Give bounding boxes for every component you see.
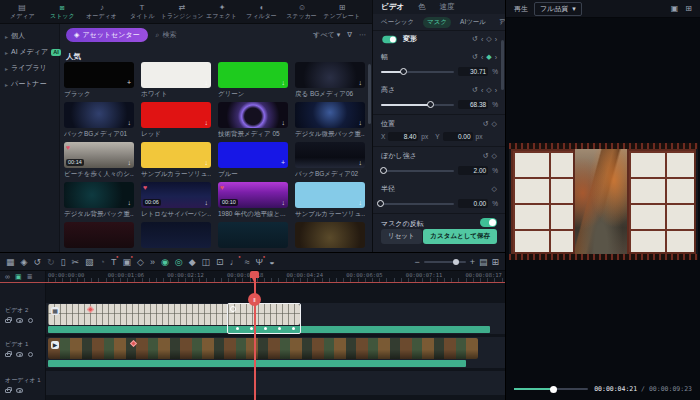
radius-slider[interactable] xyxy=(381,203,454,205)
media-item[interactable]: ♥ 00:06 ↓ レトロなサイバーパン... xyxy=(141,182,211,217)
download-icon[interactable]: ↓ xyxy=(128,119,132,126)
filter-icon[interactable]: ∇ xyxy=(347,31,352,39)
blur-keyframe-icon[interactable]: ◇ xyxy=(492,152,497,160)
download-icon[interactable]: ↓ xyxy=(205,119,209,126)
props-tab-color[interactable]: 色 xyxy=(418,2,426,12)
sidebar-item-personal[interactable]: ▸ 個人 xyxy=(0,28,59,44)
split-screen-icon[interactable]: ◫ xyxy=(202,257,211,267)
toggle-visibility-icon[interactable] xyxy=(16,318,23,323)
width-slider[interactable] xyxy=(381,71,454,73)
adjustment-icon[interactable]: ◒ xyxy=(269,257,274,267)
download-icon[interactable]: ↓ xyxy=(359,199,363,206)
track-manager-icon[interactable]: ▤ xyxy=(479,257,488,267)
width-value[interactable]: 30.71 xyxy=(458,67,488,76)
split-icon[interactable]: ✂ xyxy=(71,257,79,267)
invert-mask-toggle[interactable] xyxy=(480,218,497,227)
lock-track-icon[interactable] xyxy=(5,319,11,323)
download-icon[interactable]: ↓ xyxy=(128,199,132,206)
width-next-keyframe-icon[interactable]: › xyxy=(495,54,497,61)
chroma-key-icon[interactable]: ◆ xyxy=(189,257,196,267)
download-icon[interactable]: ↓ xyxy=(282,119,286,126)
width-prev-keyframe-icon[interactable]: ‹ xyxy=(481,54,483,61)
download-icon[interactable]: ↓ xyxy=(359,79,363,86)
media-thumbnail[interactable]: ↓ xyxy=(141,62,211,88)
blur-reset-icon[interactable]: ↺ xyxy=(483,152,489,160)
media-thumbnail[interactable] xyxy=(295,222,365,248)
media-item[interactable]: ↓ バックBGメディア01 xyxy=(64,102,134,137)
timeline-zoom-slider[interactable] xyxy=(424,261,466,263)
media-item[interactable]: ↓ サンプルカラーソリュ... xyxy=(295,182,365,217)
snap-icon[interactable]: ▦ xyxy=(6,257,15,267)
blur-slider[interactable] xyxy=(381,170,454,172)
position-keyframe-icon[interactable]: ◇ xyxy=(492,120,497,128)
display-grid-icon[interactable]: ▣ xyxy=(671,4,679,13)
mic-icon[interactable]: Ψ● xyxy=(256,257,264,267)
media-thumbnail[interactable]: ♥ 00:10 ↓ xyxy=(218,182,288,208)
position-x-value[interactable]: 8.40 xyxy=(388,132,418,141)
media-item[interactable]: ↓ バックBGメディア02 xyxy=(295,142,365,177)
media-item[interactable]: ↓ デジタル微景バック重... xyxy=(295,102,365,137)
next-keyframe-icon[interactable]: › xyxy=(495,36,497,43)
quality-dropdown[interactable]: フル品質▾ xyxy=(534,2,582,16)
reset-keyframe-icon[interactable]: ↺ xyxy=(472,35,478,43)
tab-media[interactable]: ▤ メディア xyxy=(4,0,40,24)
media-thumbnail[interactable]: ↓ xyxy=(64,182,134,208)
denoise-icon[interactable]: ≈ xyxy=(245,257,250,267)
tab-filter[interactable]: ◐ フィルター xyxy=(244,0,280,24)
media-thumbnail[interactable]: ↓ xyxy=(295,62,365,88)
download-icon[interactable]: ↓ xyxy=(282,79,286,86)
radius-keyframe-icon[interactable]: ◇ xyxy=(492,185,497,193)
audio-track-1-lane[interactable] xyxy=(46,371,505,395)
prev-keyframe-icon[interactable]: ‹ xyxy=(481,36,483,43)
magnet-icon[interactable]: ◈ xyxy=(21,257,28,267)
media-item[interactable]: ↓ グリーン xyxy=(218,62,288,97)
media-thumbnail[interactable]: ↓ xyxy=(295,142,365,168)
toggle-visibility-icon[interactable] xyxy=(16,352,23,357)
subtab-ai-tools[interactable]: AIツール xyxy=(456,17,490,28)
height-next-keyframe-icon[interactable]: › xyxy=(495,87,497,94)
preview-viewport[interactable] xyxy=(509,143,698,260)
text-icon[interactable]: T● xyxy=(111,257,117,267)
radius-slider-handle[interactable] xyxy=(377,200,384,207)
snapshot-icon[interactable]: ⊞ xyxy=(685,4,692,13)
media-thumbnail[interactable]: ↓ xyxy=(64,102,134,128)
asset-center-button[interactable]: ◈ アセットセンター xyxy=(66,28,148,42)
media-thumbnail[interactable]: ↓ xyxy=(141,102,211,128)
props-tab-video[interactable]: ビデオ xyxy=(381,2,404,12)
search-input[interactable]: ⌕ 検索 xyxy=(156,30,177,40)
media-item[interactable]: ↓ 技術背景メディア 05 xyxy=(218,102,288,137)
height-slider[interactable] xyxy=(381,104,454,106)
media-thumbnail[interactable]: + xyxy=(64,62,134,88)
height-keyframe-icon[interactable]: ◇ xyxy=(486,86,491,94)
tab-sticker[interactable]: ☺ ステッカー xyxy=(284,0,320,24)
width-keyframe-icon[interactable]: ◆ xyxy=(486,53,491,61)
mask-icon[interactable]: ◉ xyxy=(161,257,169,267)
lock-track-icon[interactable] xyxy=(5,389,11,393)
zoom-slider-handle[interactable] xyxy=(453,259,459,265)
subtab-mask[interactable]: マスク xyxy=(423,17,451,28)
download-icon[interactable]: ↓ xyxy=(282,199,286,206)
sidebar-item-library[interactable]: ▸ ライブラリ xyxy=(0,60,59,76)
media-thumbnail[interactable]: ↓ xyxy=(295,182,365,208)
media-thumbnail[interactable] xyxy=(141,222,211,248)
width-slider-handle[interactable] xyxy=(400,68,407,75)
media-item[interactable] xyxy=(141,222,211,252)
link-clips-icon[interactable]: ∞ xyxy=(5,273,10,281)
download-icon[interactable]: + xyxy=(127,79,131,86)
download-icon[interactable]: ↓ xyxy=(205,79,209,86)
radius-value[interactable]: 0.00 xyxy=(458,199,488,208)
media-item[interactable]: ↓ サンプルカラーソリュ... xyxy=(141,142,211,177)
subtab-basic[interactable]: ベーシック xyxy=(377,17,418,28)
redo-icon[interactable]: ↻ xyxy=(47,257,55,267)
properties-scrollbar[interactable] xyxy=(501,40,504,90)
more-menu-icon[interactable]: ⋯ xyxy=(359,31,366,39)
blur-value[interactable]: 2.00 xyxy=(458,166,488,175)
media-item[interactable]: ↓ 戻る BGメディア06 xyxy=(295,62,365,97)
position-reset-icon[interactable]: ↺ xyxy=(483,120,489,128)
tab-transition[interactable]: ⇄ トランジション xyxy=(164,0,200,24)
height-slider-handle[interactable] xyxy=(427,101,434,108)
solo-track-icon[interactable] xyxy=(28,318,33,323)
clip-color-bar[interactable] xyxy=(48,360,466,367)
media-thumbnail[interactable] xyxy=(64,222,134,248)
auto-ripple-icon[interactable]: ▣ xyxy=(15,273,22,281)
